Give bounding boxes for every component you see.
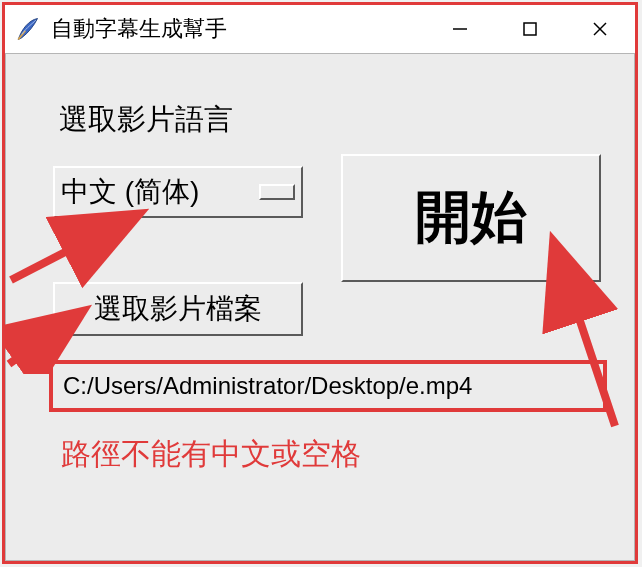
language-dropdown-value: 中文 (简体) — [61, 173, 259, 211]
window-controls — [425, 5, 635, 53]
minimize-button[interactable] — [425, 5, 495, 53]
annotation-highlight-border: 自動字幕生成幫手 選取影片語言 中文 (简体) 開始 選取影片檔案 C:/Use — [2, 2, 638, 564]
start-button-label: 開始 — [415, 180, 527, 256]
dropdown-arrow-icon — [259, 184, 295, 200]
select-file-button[interactable]: 選取影片檔案 — [53, 282, 303, 336]
client-area: 選取影片語言 中文 (简体) 開始 選取影片檔案 C:/Users/Admini… — [5, 53, 635, 561]
window-title: 自動字幕生成幫手 — [51, 14, 425, 44]
window-titlebar: 自動字幕生成幫手 — [5, 5, 635, 53]
start-button[interactable]: 開始 — [341, 154, 601, 282]
path-warning-note: 路徑不能有中文或空格 — [61, 434, 361, 475]
close-button[interactable] — [565, 5, 635, 53]
select-file-button-label: 選取影片檔案 — [94, 290, 262, 328]
svg-rect-1 — [524, 23, 536, 35]
language-dropdown[interactable]: 中文 (简体) — [53, 166, 303, 218]
close-icon — [592, 21, 608, 37]
file-path-display: C:/Users/Administrator/Desktop/e.mp4 — [49, 360, 607, 412]
maximize-button[interactable] — [495, 5, 565, 53]
language-label: 選取影片語言 — [59, 100, 233, 140]
app-feather-icon — [13, 15, 41, 43]
file-path-text: C:/Users/Administrator/Desktop/e.mp4 — [63, 372, 472, 400]
minimize-icon — [452, 21, 468, 37]
maximize-icon — [523, 22, 537, 36]
